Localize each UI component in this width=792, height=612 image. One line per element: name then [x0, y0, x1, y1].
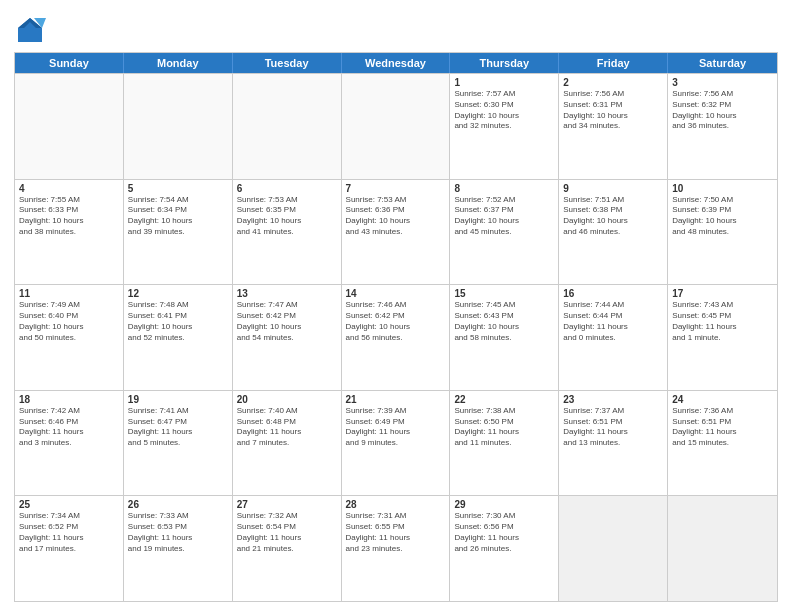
- cell-line: and 15 minutes.: [672, 438, 773, 449]
- cell-line: Daylight: 10 hours: [563, 111, 663, 122]
- cell-line: Sunrise: 7:39 AM: [346, 406, 446, 417]
- cell-line: and 39 minutes.: [128, 227, 228, 238]
- day-number: 13: [237, 288, 337, 299]
- cal-cell-r0-c3: [342, 74, 451, 179]
- header-day-wednesday: Wednesday: [342, 53, 451, 73]
- cell-line: Sunset: 6:30 PM: [454, 100, 554, 111]
- day-number: 19: [128, 394, 228, 405]
- cell-line: and 32 minutes.: [454, 121, 554, 132]
- day-number: 20: [237, 394, 337, 405]
- calendar-row-3: 18Sunrise: 7:42 AMSunset: 6:46 PMDayligh…: [15, 390, 777, 496]
- day-number: 4: [19, 183, 119, 194]
- day-number: 22: [454, 394, 554, 405]
- calendar: SundayMondayTuesdayWednesdayThursdayFrid…: [14, 52, 778, 602]
- cell-line: Sunset: 6:42 PM: [237, 311, 337, 322]
- cell-line: Sunrise: 7:34 AM: [19, 511, 119, 522]
- cal-cell-r4-c6: [668, 496, 777, 601]
- cell-line: Sunrise: 7:56 AM: [563, 89, 663, 100]
- cell-line: Sunrise: 7:31 AM: [346, 511, 446, 522]
- cal-cell-r4-c5: [559, 496, 668, 601]
- cell-line: and 50 minutes.: [19, 333, 119, 344]
- cal-cell-r0-c6: 3Sunrise: 7:56 AMSunset: 6:32 PMDaylight…: [668, 74, 777, 179]
- page: SundayMondayTuesdayWednesdayThursdayFrid…: [0, 0, 792, 612]
- cell-line: Daylight: 11 hours: [128, 427, 228, 438]
- cell-line: and 36 minutes.: [672, 121, 773, 132]
- header-day-sunday: Sunday: [15, 53, 124, 73]
- day-number: 24: [672, 394, 773, 405]
- cell-line: Sunrise: 7:33 AM: [128, 511, 228, 522]
- cell-line: and 21 minutes.: [237, 544, 337, 555]
- cal-cell-r4-c1: 26Sunrise: 7:33 AMSunset: 6:53 PMDayligh…: [124, 496, 233, 601]
- cell-line: Sunrise: 7:38 AM: [454, 406, 554, 417]
- cell-line: Sunset: 6:43 PM: [454, 311, 554, 322]
- cell-line: and 34 minutes.: [563, 121, 663, 132]
- cell-line: Sunrise: 7:53 AM: [237, 195, 337, 206]
- cal-cell-r1-c0: 4Sunrise: 7:55 AMSunset: 6:33 PMDaylight…: [15, 180, 124, 285]
- calendar-row-0: 1Sunrise: 7:57 AMSunset: 6:30 PMDaylight…: [15, 73, 777, 179]
- day-number: 16: [563, 288, 663, 299]
- cell-line: Sunrise: 7:52 AM: [454, 195, 554, 206]
- cell-line: Sunrise: 7:36 AM: [672, 406, 773, 417]
- cell-line: Daylight: 11 hours: [128, 533, 228, 544]
- cell-line: Sunset: 6:31 PM: [563, 100, 663, 111]
- cal-cell-r3-c1: 19Sunrise: 7:41 AMSunset: 6:47 PMDayligh…: [124, 391, 233, 496]
- cell-line: Sunset: 6:54 PM: [237, 522, 337, 533]
- cell-line: Sunrise: 7:44 AM: [563, 300, 663, 311]
- day-number: 3: [672, 77, 773, 88]
- header-day-saturday: Saturday: [668, 53, 777, 73]
- cell-line: Daylight: 11 hours: [672, 322, 773, 333]
- cell-line: Sunrise: 7:37 AM: [563, 406, 663, 417]
- cell-line: Daylight: 10 hours: [672, 111, 773, 122]
- cell-line: and 52 minutes.: [128, 333, 228, 344]
- calendar-body: 1Sunrise: 7:57 AMSunset: 6:30 PMDaylight…: [15, 73, 777, 601]
- cell-line: Sunset: 6:51 PM: [563, 417, 663, 428]
- cell-line: Sunrise: 7:41 AM: [128, 406, 228, 417]
- cell-line: Daylight: 10 hours: [19, 322, 119, 333]
- cell-line: Sunrise: 7:54 AM: [128, 195, 228, 206]
- cell-line: Daylight: 11 hours: [346, 427, 446, 438]
- cell-line: Sunset: 6:39 PM: [672, 205, 773, 216]
- cell-line: and 56 minutes.: [346, 333, 446, 344]
- cell-line: and 5 minutes.: [128, 438, 228, 449]
- cell-line: Sunset: 6:56 PM: [454, 522, 554, 533]
- cell-line: Daylight: 10 hours: [237, 216, 337, 227]
- cell-line: Sunset: 6:44 PM: [563, 311, 663, 322]
- cal-cell-r0-c0: [15, 74, 124, 179]
- cell-line: Sunrise: 7:42 AM: [19, 406, 119, 417]
- cell-line: Sunset: 6:40 PM: [19, 311, 119, 322]
- cell-line: Sunrise: 7:45 AM: [454, 300, 554, 311]
- day-number: 17: [672, 288, 773, 299]
- cell-line: Sunset: 6:46 PM: [19, 417, 119, 428]
- cell-line: Sunrise: 7:30 AM: [454, 511, 554, 522]
- cell-line: Daylight: 10 hours: [454, 322, 554, 333]
- cell-line: and 17 minutes.: [19, 544, 119, 555]
- cell-line: Daylight: 10 hours: [128, 216, 228, 227]
- cell-line: and 13 minutes.: [563, 438, 663, 449]
- cell-line: Sunrise: 7:32 AM: [237, 511, 337, 522]
- day-number: 7: [346, 183, 446, 194]
- cal-cell-r1-c6: 10Sunrise: 7:50 AMSunset: 6:39 PMDayligh…: [668, 180, 777, 285]
- header-day-friday: Friday: [559, 53, 668, 73]
- day-number: 26: [128, 499, 228, 510]
- cell-line: and 7 minutes.: [237, 438, 337, 449]
- cell-line: and 45 minutes.: [454, 227, 554, 238]
- header-day-tuesday: Tuesday: [233, 53, 342, 73]
- day-number: 27: [237, 499, 337, 510]
- logo-icon: [14, 14, 46, 46]
- cell-line: and 26 minutes.: [454, 544, 554, 555]
- cell-line: Sunset: 6:52 PM: [19, 522, 119, 533]
- cell-line: Sunset: 6:50 PM: [454, 417, 554, 428]
- cell-line: Sunrise: 7:46 AM: [346, 300, 446, 311]
- cal-cell-r4-c3: 28Sunrise: 7:31 AMSunset: 6:55 PMDayligh…: [342, 496, 451, 601]
- cell-line: Daylight: 10 hours: [672, 216, 773, 227]
- cal-cell-r4-c2: 27Sunrise: 7:32 AMSunset: 6:54 PMDayligh…: [233, 496, 342, 601]
- cell-line: and 48 minutes.: [672, 227, 773, 238]
- cell-line: Sunrise: 7:48 AM: [128, 300, 228, 311]
- cal-cell-r2-c4: 15Sunrise: 7:45 AMSunset: 6:43 PMDayligh…: [450, 285, 559, 390]
- cell-line: and 43 minutes.: [346, 227, 446, 238]
- day-number: 15: [454, 288, 554, 299]
- cell-line: Sunset: 6:48 PM: [237, 417, 337, 428]
- cell-line: and 1 minute.: [672, 333, 773, 344]
- cell-line: and 46 minutes.: [563, 227, 663, 238]
- cell-line: Sunset: 6:47 PM: [128, 417, 228, 428]
